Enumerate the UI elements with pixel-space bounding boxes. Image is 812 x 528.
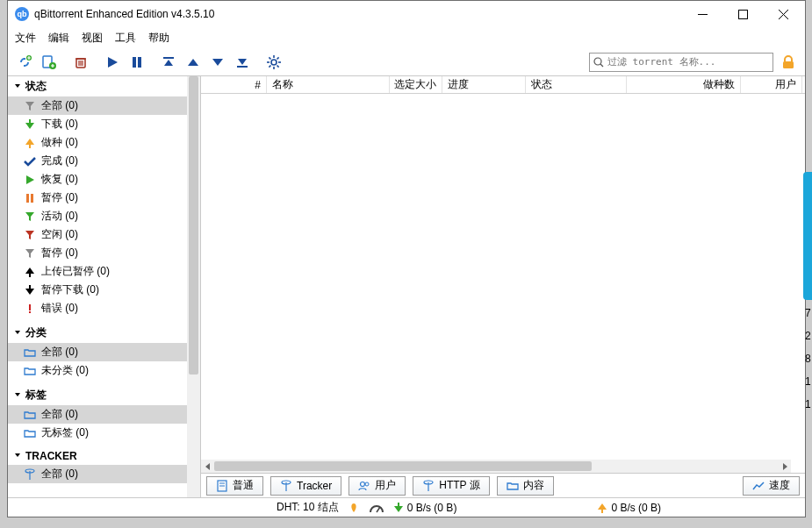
- search-icon: [593, 57, 604, 68]
- sidebar-item[interactable]: 恢复 (0): [8, 170, 200, 189]
- svg-rect-49: [601, 509, 603, 513]
- svg-rect-1: [738, 10, 747, 18]
- tab-内容[interactable]: 内容: [497, 476, 554, 496]
- sidebar-item[interactable]: 全部 (0): [8, 96, 200, 115]
- sidebar-item-label: 做种 (0): [41, 135, 78, 150]
- upload-speed: 0 B/s (0 B): [611, 502, 661, 514]
- lock-button[interactable]: [777, 51, 800, 74]
- svg-rect-27: [783, 61, 794, 68]
- menu-4[interactable]: 帮助: [148, 31, 169, 46]
- sidebar-item[interactable]: 完成 (0): [8, 152, 200, 170]
- sidebar-item-label: 全部 (0): [41, 407, 78, 422]
- pause-orange-icon: [24, 192, 36, 204]
- sidebar-item[interactable]: 暂停 (0): [8, 189, 200, 207]
- settings-button[interactable]: [262, 51, 285, 74]
- svg-line-23: [269, 65, 270, 67]
- close-button[interactable]: [763, 1, 803, 27]
- column-header[interactable]: 名称: [267, 76, 390, 93]
- svg-line-47: [377, 507, 380, 512]
- column-header[interactable]: 用户: [741, 76, 802, 93]
- svg-rect-13: [138, 57, 141, 68]
- svg-point-43: [361, 482, 365, 486]
- sidebar-item[interactable]: 错误 (0): [8, 299, 200, 318]
- section-标签[interactable]: 标签: [8, 385, 200, 405]
- disk-icon: [348, 502, 360, 514]
- funnel-gray-icon: [24, 100, 36, 112]
- svg-rect-30: [26, 194, 29, 203]
- sidebar-item[interactable]: 全部 (0): [8, 343, 200, 361]
- add-link-button[interactable]: [13, 51, 36, 74]
- overlay-side-tab[interactable]: [803, 172, 812, 300]
- sidebar-item[interactable]: 未分类 (0): [8, 361, 200, 380]
- main-panel: #名称选定大小进度状态做种数用户 普通Tracker用户HTTP 源内容速度: [201, 76, 805, 497]
- dht-status: DHT: 10 结点: [277, 500, 339, 515]
- scroll-left-arrow[interactable]: [201, 460, 214, 473]
- column-header[interactable]: 做种数: [627, 76, 741, 93]
- sidebar-scrollbar[interactable]: [187, 76, 200, 497]
- menu-1[interactable]: 编辑: [48, 31, 69, 46]
- sidebar-item[interactable]: 暂停 (0): [8, 244, 200, 262]
- search-input[interactable]: [607, 56, 769, 68]
- menu-0[interactable]: 文件: [15, 31, 36, 46]
- column-header[interactable]: 进度: [442, 76, 526, 93]
- sidebar-item-label: 全部 (0): [41, 345, 78, 360]
- column-header[interactable]: 状态: [526, 76, 627, 93]
- tracker-icon: [24, 468, 36, 481]
- sidebar-item[interactable]: 空闲 (0): [8, 225, 200, 244]
- resume-button[interactable]: [101, 51, 124, 74]
- sidebar-item-label: 暂停下载 (0): [41, 282, 99, 297]
- play-green-icon: [24, 174, 36, 186]
- sidebar-item[interactable]: 做种 (0): [8, 133, 200, 152]
- sidebar-item-label: 下载 (0): [41, 117, 78, 132]
- svg-rect-29: [29, 144, 31, 148]
- speed-gauge-icon: [369, 502, 384, 514]
- move-down-button[interactable]: [206, 51, 229, 74]
- horizontal-scrollbar[interactable]: [201, 460, 791, 473]
- tab-普通[interactable]: 普通: [206, 476, 263, 496]
- column-header[interactable]: #: [201, 76, 267, 93]
- svg-line-24: [277, 57, 279, 59]
- funnel-green-icon: [24, 210, 36, 223]
- column-header[interactable]: 选定大小: [390, 76, 442, 93]
- pause-button[interactable]: [126, 51, 148, 74]
- scroll-thumb[interactable]: [214, 461, 592, 471]
- search-box[interactable]: [589, 53, 773, 72]
- section-状态[interactable]: 状态: [8, 76, 200, 96]
- tab-HTTP 源[interactable]: HTTP 源: [413, 476, 489, 496]
- move-top-button[interactable]: [157, 51, 180, 74]
- menu-2[interactable]: 视图: [82, 31, 103, 46]
- svg-point-16: [271, 60, 277, 65]
- detail-tabs: 普通Tracker用户HTTP 源内容速度: [201, 473, 805, 497]
- chart-icon: [752, 480, 765, 492]
- section-分类[interactable]: 分类: [8, 323, 200, 343]
- torrent-list[interactable]: [201, 94, 805, 460]
- tab-用户[interactable]: 用户: [349, 476, 406, 496]
- app-icon: qb: [15, 7, 29, 21]
- svg-rect-28: [29, 119, 31, 124]
- sidebar-item[interactable]: 无标签 (0): [8, 424, 200, 442]
- sidebar-item[interactable]: 活动 (0): [8, 207, 200, 225]
- maximize-button[interactable]: [722, 1, 763, 27]
- scroll-right-arrow[interactable]: [778, 460, 791, 473]
- delete-button[interactable]: [69, 51, 92, 74]
- overlay-numbers: 72811: [805, 307, 812, 410]
- tracker-icon: [280, 480, 292, 492]
- sidebar-item[interactable]: 全部 (0): [8, 465, 200, 483]
- sidebar-item-label: 活动 (0): [41, 209, 78, 224]
- funnel-gray-icon: [24, 247, 36, 260]
- tab-speed[interactable]: 速度: [743, 476, 800, 496]
- section-TRACKER[interactable]: TRACKER: [8, 447, 200, 465]
- add-torrent-button[interactable]: [38, 51, 61, 74]
- sidebar-item-label: 暂停 (0): [41, 246, 78, 260]
- menu-3[interactable]: 工具: [115, 31, 136, 46]
- move-bottom-button[interactable]: [231, 51, 254, 74]
- svg-point-25: [594, 58, 601, 65]
- tab-Tracker[interactable]: Tracker: [270, 476, 341, 496]
- sidebar-item[interactable]: 上传已暂停 (0): [8, 262, 200, 281]
- sidebar-item[interactable]: 全部 (0): [8, 405, 200, 424]
- move-up-button[interactable]: [182, 51, 205, 74]
- sidebar-item[interactable]: 下载 (0): [8, 115, 200, 133]
- minimize-button[interactable]: [682, 1, 722, 27]
- sidebar-item-label: 无标签 (0): [41, 425, 89, 440]
- sidebar-item[interactable]: 暂停下载 (0): [8, 281, 200, 299]
